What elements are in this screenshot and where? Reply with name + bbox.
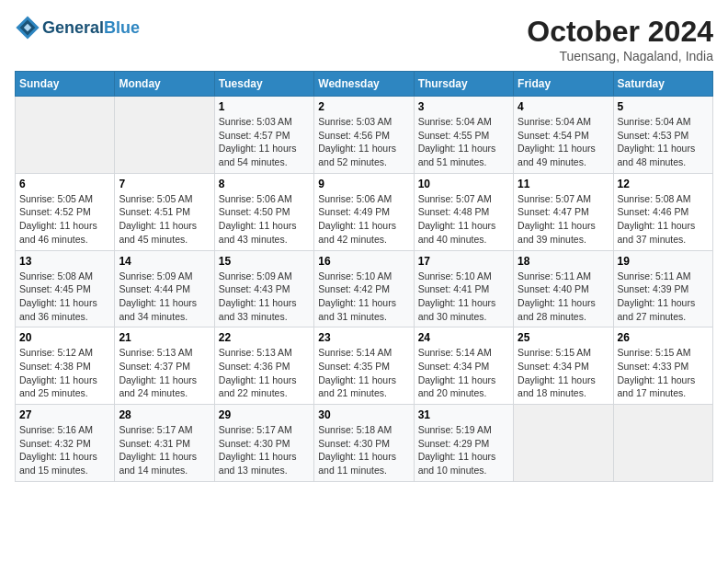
header-wednesday: Wednesday bbox=[314, 72, 414, 97]
day-number: 18 bbox=[518, 255, 609, 268]
day-info: Sunrise: 5:13 AMSunset: 4:37 PMDaylight:… bbox=[119, 346, 210, 400]
calendar-cell: 8Sunrise: 5:06 AMSunset: 4:50 PMDaylight… bbox=[214, 173, 313, 250]
day-number: 28 bbox=[119, 408, 210, 421]
calendar-cell: 27Sunrise: 5:16 AMSunset: 4:32 PMDayligh… bbox=[16, 405, 115, 482]
day-info: Sunrise: 5:04 AMSunset: 4:53 PMDaylight:… bbox=[618, 115, 709, 169]
day-info: Sunrise: 5:14 AMSunset: 4:35 PMDaylight:… bbox=[318, 346, 409, 400]
logo-text-blue: Blue bbox=[104, 18, 140, 37]
day-number: 14 bbox=[119, 255, 210, 268]
page-header: GeneralBlue October 2024 Tuensang, Nagal… bbox=[15, 15, 713, 63]
calendar-cell: 14Sunrise: 5:09 AMSunset: 4:44 PMDayligh… bbox=[115, 250, 214, 327]
header-monday: Monday bbox=[115, 72, 214, 97]
day-number: 11 bbox=[518, 178, 609, 190]
day-number: 27 bbox=[19, 408, 110, 421]
day-info: Sunrise: 5:05 AMSunset: 4:51 PMDaylight:… bbox=[119, 192, 210, 247]
day-info: Sunrise: 5:07 AMSunset: 4:47 PMDaylight:… bbox=[518, 192, 609, 247]
calendar-cell: 11Sunrise: 5:07 AMSunset: 4:47 PMDayligh… bbox=[514, 173, 613, 250]
calendar-cell: 29Sunrise: 5:17 AMSunset: 4:30 PMDayligh… bbox=[214, 405, 313, 482]
header-sunday: Sunday bbox=[16, 72, 115, 97]
logo: GeneralBlue bbox=[15, 15, 140, 40]
day-number: 5 bbox=[618, 100, 709, 113]
day-number: 7 bbox=[119, 178, 210, 190]
calendar-cell: 15Sunrise: 5:09 AMSunset: 4:43 PMDayligh… bbox=[214, 250, 313, 327]
calendar-cell bbox=[16, 97, 115, 174]
header-tuesday: Tuesday bbox=[214, 72, 313, 97]
calendar-cell: 6Sunrise: 5:05 AMSunset: 4:52 PMDaylight… bbox=[16, 173, 115, 250]
calendar-cell: 17Sunrise: 5:10 AMSunset: 4:41 PMDayligh… bbox=[414, 250, 513, 327]
day-info: Sunrise: 5:04 AMSunset: 4:54 PMDaylight:… bbox=[518, 115, 609, 169]
day-number: 19 bbox=[618, 255, 709, 268]
week-row-3: 13Sunrise: 5:08 AMSunset: 4:45 PMDayligh… bbox=[16, 250, 713, 327]
day-number: 8 bbox=[219, 178, 310, 190]
calendar-cell: 5Sunrise: 5:04 AMSunset: 4:53 PMDaylight… bbox=[613, 97, 712, 174]
day-info: Sunrise: 5:08 AMSunset: 4:45 PMDaylight:… bbox=[19, 270, 110, 324]
calendar-cell: 19Sunrise: 5:11 AMSunset: 4:39 PMDayligh… bbox=[613, 250, 712, 327]
calendar-cell: 2Sunrise: 5:03 AMSunset: 4:56 PMDaylight… bbox=[314, 97, 414, 174]
day-info: Sunrise: 5:03 AMSunset: 4:56 PMDaylight:… bbox=[318, 115, 409, 169]
logo-text-general: General bbox=[42, 18, 104, 37]
title-block: October 2024 Tuensang, Nagaland, India bbox=[527, 15, 713, 63]
day-info: Sunrise: 5:05 AMSunset: 4:52 PMDaylight:… bbox=[19, 192, 110, 247]
day-info: Sunrise: 5:10 AMSunset: 4:41 PMDaylight:… bbox=[418, 270, 509, 324]
day-number: 12 bbox=[618, 178, 709, 190]
day-info: Sunrise: 5:13 AMSunset: 4:36 PMDaylight:… bbox=[219, 346, 310, 400]
calendar-cell bbox=[514, 405, 613, 482]
day-info: Sunrise: 5:17 AMSunset: 4:31 PMDaylight:… bbox=[119, 423, 210, 477]
day-info: Sunrise: 5:06 AMSunset: 4:49 PMDaylight:… bbox=[318, 192, 409, 247]
day-number: 20 bbox=[19, 331, 110, 344]
location-subtitle: Tuensang, Nagaland, India bbox=[527, 49, 713, 63]
header-saturday: Saturday bbox=[613, 72, 712, 97]
calendar-cell: 12Sunrise: 5:08 AMSunset: 4:46 PMDayligh… bbox=[613, 173, 712, 250]
day-info: Sunrise: 5:19 AMSunset: 4:29 PMDaylight:… bbox=[418, 423, 509, 477]
day-number: 30 bbox=[318, 408, 409, 421]
day-number: 25 bbox=[518, 331, 609, 344]
day-number: 3 bbox=[418, 100, 509, 113]
header-thursday: Thursday bbox=[414, 72, 513, 97]
day-info: Sunrise: 5:10 AMSunset: 4:42 PMDaylight:… bbox=[318, 270, 409, 324]
day-number: 9 bbox=[318, 178, 409, 190]
day-number: 6 bbox=[19, 178, 110, 190]
calendar-cell: 31Sunrise: 5:19 AMSunset: 4:29 PMDayligh… bbox=[414, 405, 513, 482]
day-info: Sunrise: 5:06 AMSunset: 4:50 PMDaylight:… bbox=[219, 192, 310, 247]
day-number: 10 bbox=[418, 178, 509, 190]
day-info: Sunrise: 5:11 AMSunset: 4:39 PMDaylight:… bbox=[618, 270, 709, 324]
calendar-table: SundayMondayTuesdayWednesdayThursdayFrid… bbox=[15, 71, 713, 482]
day-number: 15 bbox=[219, 255, 310, 268]
week-row-2: 6Sunrise: 5:05 AMSunset: 4:52 PMDaylight… bbox=[16, 173, 713, 250]
day-info: Sunrise: 5:17 AMSunset: 4:30 PMDaylight:… bbox=[219, 423, 310, 477]
calendar-cell bbox=[115, 97, 214, 174]
calendar-cell: 18Sunrise: 5:11 AMSunset: 4:40 PMDayligh… bbox=[514, 250, 613, 327]
calendar-cell: 10Sunrise: 5:07 AMSunset: 4:48 PMDayligh… bbox=[414, 173, 513, 250]
day-info: Sunrise: 5:15 AMSunset: 4:33 PMDaylight:… bbox=[618, 346, 709, 400]
logo-icon bbox=[15, 15, 40, 40]
month-title: October 2024 bbox=[527, 15, 713, 49]
calendar-cell: 25Sunrise: 5:15 AMSunset: 4:34 PMDayligh… bbox=[514, 327, 613, 405]
calendar-cell: 30Sunrise: 5:18 AMSunset: 4:30 PMDayligh… bbox=[314, 405, 414, 482]
calendar-cell: 23Sunrise: 5:14 AMSunset: 4:35 PMDayligh… bbox=[314, 327, 414, 405]
calendar-cell bbox=[613, 405, 712, 482]
day-info: Sunrise: 5:09 AMSunset: 4:43 PMDaylight:… bbox=[219, 270, 310, 324]
week-row-5: 27Sunrise: 5:16 AMSunset: 4:32 PMDayligh… bbox=[16, 405, 713, 482]
day-info: Sunrise: 5:12 AMSunset: 4:38 PMDaylight:… bbox=[19, 346, 110, 400]
day-info: Sunrise: 5:14 AMSunset: 4:34 PMDaylight:… bbox=[418, 346, 509, 400]
calendar-cell: 16Sunrise: 5:10 AMSunset: 4:42 PMDayligh… bbox=[314, 250, 414, 327]
day-info: Sunrise: 5:07 AMSunset: 4:48 PMDaylight:… bbox=[418, 192, 509, 247]
day-info: Sunrise: 5:16 AMSunset: 4:32 PMDaylight:… bbox=[19, 423, 110, 477]
day-number: 23 bbox=[318, 331, 409, 344]
day-number: 4 bbox=[518, 100, 609, 113]
calendar-cell: 1Sunrise: 5:03 AMSunset: 4:57 PMDaylight… bbox=[214, 97, 313, 174]
day-number: 13 bbox=[19, 255, 110, 268]
calendar-cell: 4Sunrise: 5:04 AMSunset: 4:54 PMDaylight… bbox=[514, 97, 613, 174]
calendar-cell: 20Sunrise: 5:12 AMSunset: 4:38 PMDayligh… bbox=[16, 327, 115, 405]
calendar-header-row: SundayMondayTuesdayWednesdayThursdayFrid… bbox=[16, 72, 713, 97]
calendar-cell: 28Sunrise: 5:17 AMSunset: 4:31 PMDayligh… bbox=[115, 405, 214, 482]
day-info: Sunrise: 5:09 AMSunset: 4:44 PMDaylight:… bbox=[119, 270, 210, 324]
day-info: Sunrise: 5:04 AMSunset: 4:55 PMDaylight:… bbox=[418, 115, 509, 169]
calendar-cell: 22Sunrise: 5:13 AMSunset: 4:36 PMDayligh… bbox=[214, 327, 313, 405]
day-number: 17 bbox=[418, 255, 509, 268]
week-row-1: 1Sunrise: 5:03 AMSunset: 4:57 PMDaylight… bbox=[16, 97, 713, 174]
day-number: 21 bbox=[119, 331, 210, 344]
day-number: 31 bbox=[418, 408, 509, 421]
day-number: 29 bbox=[219, 408, 310, 421]
day-info: Sunrise: 5:08 AMSunset: 4:46 PMDaylight:… bbox=[618, 192, 709, 247]
